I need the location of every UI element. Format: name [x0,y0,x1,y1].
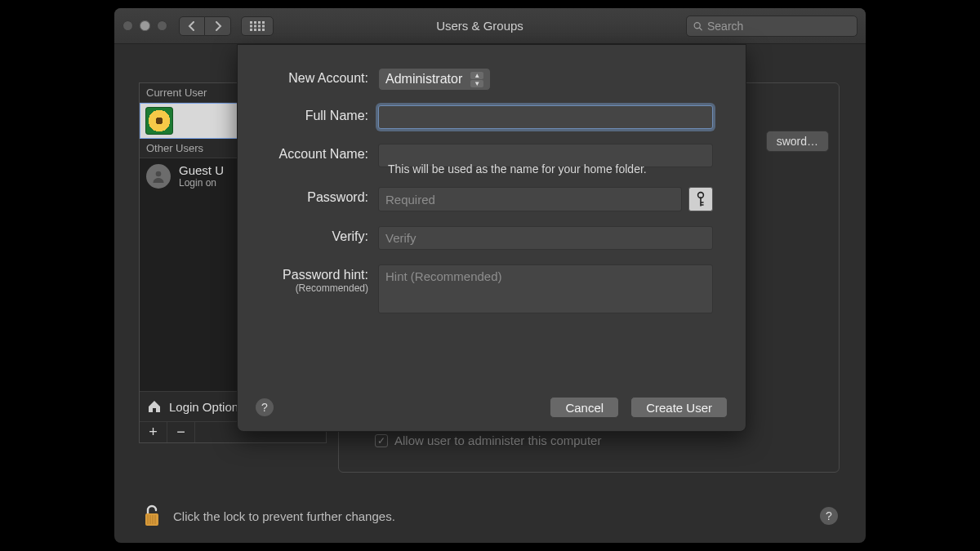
password-assistant-button[interactable] [688,187,713,211]
admin-checkbox[interactable]: ✓ [375,434,388,447]
svg-point-14 [156,171,162,176]
sheet-help-button[interactable]: ? [256,398,274,416]
nav-buttons [179,16,231,36]
forward-button[interactable] [205,16,231,36]
hint-label: Password hint: (Recommended) [256,264,378,294]
key-icon [695,191,706,207]
hint-sublabel: (Recommended) [256,282,368,294]
hint-input[interactable] [378,264,713,313]
verify-label: Verify: [256,226,378,244]
sheet-footer: ? Cancel Create User [256,397,728,418]
help-button[interactable]: ? [820,507,838,525]
lock-footer: Click the lock to prevent further change… [142,504,838,528]
svg-rect-4 [250,24,252,27]
lock-text: Click the lock to prevent further change… [173,509,395,523]
chevron-left-icon [188,21,196,31]
login-options-label: Login Options [169,400,245,414]
create-user-button[interactable]: Create User [630,397,728,418]
svg-rect-7 [262,24,265,27]
new-account-sheet: New Account: Administrator ▲▼ Full Name: [237,44,746,432]
password-input[interactable] [378,187,682,211]
back-button[interactable] [179,16,205,36]
guest-user-name: Guest U [179,163,224,177]
account-type-value: Administrator [385,72,462,87]
verify-input[interactable] [378,226,713,250]
svg-rect-0 [250,21,252,24]
svg-rect-2 [258,21,261,24]
lock-icon[interactable] [142,504,162,528]
guest-user-sub: Login on [179,177,224,189]
user-avatar-icon [145,107,173,135]
svg-rect-1 [254,21,256,24]
full-name-input[interactable] [378,105,713,129]
svg-rect-11 [262,29,265,31]
window-controls [122,20,167,31]
svg-rect-10 [258,29,261,31]
chevron-right-icon [214,21,222,31]
home-icon [146,398,163,415]
titlebar: Users & Groups [114,8,866,44]
account-type-select[interactable]: Administrator ▲▼ [378,68,491,91]
search-icon [693,20,702,32]
admin-checkbox-label: Allow user to administer this computer [394,433,601,447]
account-name-label: Account Name: [256,144,378,162]
password-label: Password: [256,187,378,205]
cancel-button[interactable]: Cancel [550,397,619,418]
minimize-window-button[interactable] [140,20,150,31]
close-window-button[interactable] [122,20,133,31]
svg-rect-3 [262,21,265,24]
search-field-wrap[interactable] [686,16,858,37]
show-all-button[interactable] [241,16,274,36]
svg-rect-9 [254,29,256,31]
remove-user-button[interactable]: − [167,422,195,442]
svg-rect-6 [258,24,261,27]
select-stepper-icon: ▲▼ [470,72,483,87]
guest-user-text: Guest U Login on [179,163,224,189]
change-password-button[interactable]: sword… [766,131,829,152]
search-input[interactable] [707,20,850,33]
svg-rect-5 [254,24,256,27]
svg-rect-8 [250,29,252,31]
preferences-window: Users & Groups sword… ✓ Allow user to ad… [114,8,866,543]
window-title: Users & Groups [280,19,679,33]
svg-rect-15 [145,513,158,526]
grid-icon [250,21,265,31]
admin-checkbox-row: ✓ Allow user to administer this computer [375,433,601,447]
svg-line-13 [699,27,702,29]
add-user-button[interactable]: + [140,422,167,442]
zoom-window-button[interactable] [157,20,167,31]
full-name-label: Full Name: [256,105,378,123]
guest-avatar-icon [146,164,171,189]
new-account-label: New Account: [256,68,378,86]
